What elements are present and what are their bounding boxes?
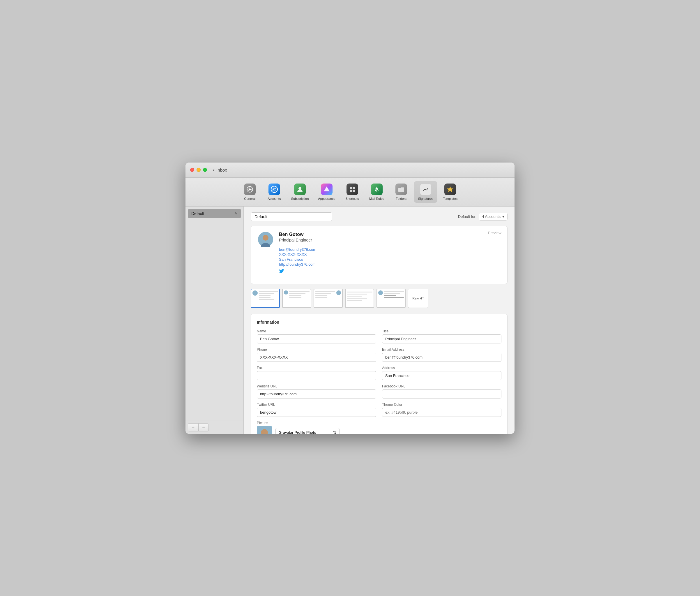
template-thumb-4[interactable] xyxy=(345,289,374,308)
maximize-button[interactable] xyxy=(203,168,207,172)
toolbar: General @ Accounts Subscription xyxy=(185,178,515,206)
back-button[interactable]: ‹ Inbox xyxy=(213,167,227,173)
facebook-input[interactable] xyxy=(382,390,501,398)
close-button[interactable] xyxy=(190,168,194,172)
email-label: Email Address xyxy=(382,348,501,352)
svg-rect-4 xyxy=(350,187,352,189)
theme-input[interactable] xyxy=(382,408,501,417)
svg-rect-7 xyxy=(353,190,355,192)
template-thumb-5[interactable] xyxy=(377,289,406,308)
name-input[interactable] xyxy=(257,334,376,343)
accounts-icon: @ xyxy=(268,183,280,195)
address-input[interactable] xyxy=(382,371,501,380)
default-for: Default for: 4 Accounts ▾ xyxy=(458,213,508,221)
preview-twitter xyxy=(279,268,500,275)
templates-icon xyxy=(444,183,456,195)
toolbar-item-accounts[interactable]: @ Accounts xyxy=(263,181,286,203)
toolbar-item-subscription[interactable]: Subscription xyxy=(287,181,313,203)
traffic-lights xyxy=(190,168,207,172)
information-title: Information xyxy=(257,320,501,324)
shortcuts-label: Shortcuts xyxy=(345,197,359,200)
gravatar-dropdown[interactable]: Gravatar Profile Photo ⇅ xyxy=(276,428,339,434)
toolbar-item-shortcuts[interactable]: Shortcuts xyxy=(341,181,364,203)
toolbar-item-general[interactable]: General xyxy=(238,181,261,203)
accounts-dropdown[interactable]: 4 Accounts ▾ xyxy=(479,213,508,221)
template-thumb-2[interactable] xyxy=(282,289,311,308)
picture-avatar-image xyxy=(257,426,272,434)
picture-avatar[interactable] xyxy=(257,426,272,434)
toolbar-item-mailrules[interactable]: Mail Rules xyxy=(365,181,388,203)
toolbar-item-signatures[interactable]: Signatures xyxy=(414,181,438,203)
svg-point-0 xyxy=(249,189,251,190)
sidebar-item-default[interactable]: Default ✎ xyxy=(188,209,241,218)
picture-row: Gravatar Profile Photo ⇅ Click to replac… xyxy=(257,426,501,434)
twitter-label: Twitter URL xyxy=(257,403,376,407)
name-field: Name xyxy=(257,329,376,343)
preview-website[interactable]: http://foundry376.com xyxy=(279,262,500,267)
svg-marker-9 xyxy=(447,187,453,192)
signatures-icon xyxy=(420,183,432,195)
fax-input[interactable] xyxy=(257,371,376,380)
toolbar-item-appearance[interactable]: Appearance xyxy=(314,181,339,203)
appearance-icon xyxy=(321,183,333,195)
website-field: Website URL xyxy=(257,384,376,398)
mailrules-icon xyxy=(371,183,383,195)
gravatar-label: Gravatar Profile Photo xyxy=(279,430,316,434)
remove-signature-button[interactable]: − xyxy=(198,423,209,431)
preview-email[interactable]: ben@foundry376.com xyxy=(279,247,500,252)
subscription-label: Subscription xyxy=(291,197,309,200)
toolbar-item-folders[interactable]: Folders xyxy=(390,181,413,203)
preview-phone[interactable]: XXX-XXX-XXXX xyxy=(279,252,500,257)
gravatar-chevron-icon: ⇅ xyxy=(333,430,336,434)
phone-label: Phone xyxy=(257,348,376,352)
preview-name: Ben Gotow xyxy=(279,232,500,237)
svg-point-11 xyxy=(263,235,268,241)
preview-content: Ben Gotow Principal Engineer ben@foundry… xyxy=(258,232,500,275)
window-title: Inbox xyxy=(216,168,227,172)
appearance-label: Appearance xyxy=(318,197,335,200)
sidebar: Default ✎ + − xyxy=(185,206,244,434)
edit-icon: ✎ xyxy=(234,211,238,216)
main-content: Default for: 4 Accounts ▾ Preview xyxy=(244,206,515,434)
general-icon xyxy=(244,183,256,195)
website-input[interactable] xyxy=(257,390,376,398)
fax-label: Fax xyxy=(257,366,376,370)
theme-label: Theme Color xyxy=(382,403,501,407)
raw-ht-label: Raw HT xyxy=(412,297,424,300)
raw-ht-button[interactable]: Raw HT xyxy=(408,289,428,308)
template-thumb-3[interactable] xyxy=(314,289,343,308)
toolbar-item-templates[interactable]: Templates xyxy=(439,181,462,203)
svg-point-3 xyxy=(299,187,301,190)
title-input[interactable] xyxy=(382,334,501,343)
theme-field: Theme Color xyxy=(382,403,501,417)
address-field: Address xyxy=(382,366,501,380)
add-signature-button[interactable]: + xyxy=(188,423,198,431)
folders-icon xyxy=(395,183,407,195)
chevron-down-icon: ▾ xyxy=(502,215,504,219)
avatar-image xyxy=(258,232,273,247)
twitter-input[interactable] xyxy=(257,408,376,417)
minimize-button[interactable] xyxy=(197,168,201,172)
signatures-label: Signatures xyxy=(418,197,434,200)
picture-label: Picture xyxy=(257,421,501,425)
phone-input[interactable] xyxy=(257,353,376,362)
svg-text:@: @ xyxy=(272,187,276,192)
address-label: Address xyxy=(382,366,501,370)
preview-info: Ben Gotow Principal Engineer ben@foundry… xyxy=(279,232,500,275)
titlebar: ‹ Inbox xyxy=(185,163,515,178)
preview-city[interactable]: San Francisco xyxy=(279,257,500,262)
email-input[interactable] xyxy=(382,353,501,362)
accounts-label: Accounts xyxy=(267,197,281,200)
preview-label: Preview xyxy=(488,231,501,235)
form-grid: Name Title Phone Email Add xyxy=(257,329,501,434)
default-for-label: Default for: xyxy=(458,215,477,219)
facebook-label: Facebook URL xyxy=(382,384,501,388)
title-field: Title xyxy=(382,329,501,343)
template-thumb-1[interactable] xyxy=(251,289,280,308)
sidebar-item-label: Default xyxy=(191,211,204,216)
picture-field: Picture Gravatar xyxy=(257,421,501,434)
name-label: Name xyxy=(257,329,376,333)
back-arrow-icon: ‹ xyxy=(213,167,215,173)
signature-header: Default for: 4 Accounts ▾ xyxy=(251,213,508,221)
signature-name-input[interactable] xyxy=(251,213,332,221)
